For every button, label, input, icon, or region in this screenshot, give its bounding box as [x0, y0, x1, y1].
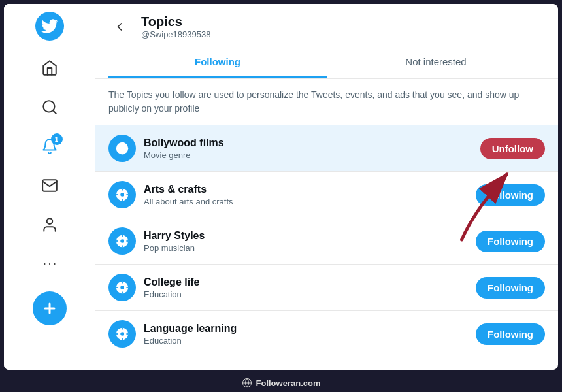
topic-subtitle: Education — [144, 336, 468, 346]
topic-list-container: Bollywood films Movie genre Unfollow Art… — [95, 125, 558, 357]
svg-point-5 — [44, 263, 45, 265]
topic-icon-harry — [108, 227, 136, 255]
topic-info-college: College life Education — [144, 276, 468, 299]
svg-point-4 — [54, 263, 55, 265]
page-title: Topics — [141, 14, 210, 29]
username: @Swipe18939538 — [141, 29, 210, 39]
topic-item: Harry Styles Pop musician Following — [95, 218, 558, 265]
svg-point-3 — [48, 263, 50, 265]
topic-name: Bollywood films — [144, 137, 472, 149]
topic-icon-language — [108, 320, 136, 348]
tab-not-interested[interactable]: Not interested — [327, 47, 545, 78]
compose-button[interactable] — [33, 291, 67, 325]
content-area: The Topics you follow are used to person… — [95, 79, 558, 370]
topic-subtitle: All about arts and crafts — [144, 197, 468, 206]
svg-point-19 — [120, 239, 124, 243]
svg-line-1 — [53, 110, 56, 114]
sidebar-item-profile[interactable] — [33, 208, 67, 242]
topic-info-language: Language learning Education — [144, 323, 468, 346]
sidebar: 1 — [4, 4, 95, 370]
unfollow-button[interactable]: Unfollow — [480, 138, 545, 159]
header-title-section: Topics @Swipe18939538 — [141, 14, 210, 39]
topic-icon-bollywood — [108, 135, 136, 162]
topic-name: Language learning — [144, 323, 468, 335]
description-text: The Topics you follow are used to person… — [95, 79, 558, 125]
topic-name: Arts & crafts — [144, 184, 468, 195]
sidebar-item-notifications[interactable]: 1 — [33, 129, 67, 163]
footer-website: Followeran.com — [256, 378, 321, 388]
topic-info-arts: Arts & crafts All about arts and crafts — [144, 184, 468, 206]
svg-point-13 — [120, 193, 124, 197]
header: Topics @Swipe18939538 Following Not inte… — [95, 4, 558, 79]
topic-subtitle: Movie genre — [144, 150, 472, 160]
following-button-language[interactable]: Following — [476, 323, 545, 345]
bottom-bar: Followeran.com — [0, 374, 562, 392]
back-button[interactable] — [108, 16, 131, 38]
topic-item: Arts & crafts All about arts and crafts … — [95, 172, 558, 218]
topic-name: Harry Styles — [144, 230, 468, 242]
main-content: Topics @Swipe18939538 Following Not inte… — [95, 4, 558, 370]
topic-subtitle: Pop musician — [144, 243, 468, 253]
svg-point-7 — [120, 146, 124, 150]
following-button-harry[interactable]: Following — [476, 231, 545, 252]
svg-point-25 — [120, 286, 124, 289]
topic-info-bollywood: Bollywood films Movie genre — [144, 137, 472, 160]
sidebar-item-more[interactable] — [33, 247, 67, 281]
topic-subtitle: Education — [144, 289, 468, 299]
topic-item: College life Education Following — [95, 265, 558, 311]
tab-following[interactable]: Following — [108, 47, 327, 78]
topic-list: Bollywood films Movie genre Unfollow Art… — [95, 125, 558, 357]
topic-item: Language learning Education Following — [95, 311, 558, 357]
svg-point-2 — [46, 218, 52, 224]
sidebar-item-explore[interactable] — [33, 90, 67, 124]
globe-icon — [242, 378, 252, 388]
topic-name: College life — [144, 276, 468, 288]
sidebar-item-home[interactable] — [33, 51, 67, 85]
topic-icon-college — [108, 274, 136, 301]
tabs: Following Not interested — [108, 47, 545, 78]
twitter-logo[interactable] — [35, 12, 64, 41]
svg-point-31 — [120, 332, 124, 336]
following-button-college[interactable]: Following — [476, 277, 545, 299]
following-button-arts[interactable]: Following — [476, 184, 545, 206]
topic-item: Bollywood films Movie genre Unfollow — [95, 125, 558, 172]
sidebar-item-messages[interactable] — [33, 169, 67, 203]
topic-icon-arts — [108, 181, 136, 208]
topic-info-harry: Harry Styles Pop musician — [144, 230, 468, 253]
notification-count: 1 — [51, 133, 63, 145]
